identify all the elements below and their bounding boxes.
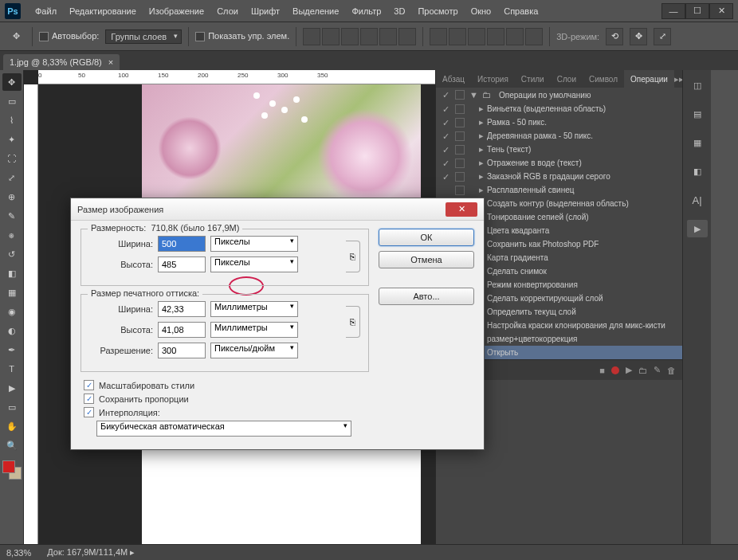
align-right-icon[interactable] <box>398 28 416 45</box>
healing-tool[interactable]: ⊕ <box>2 188 22 206</box>
align-left-icon[interactable] <box>360 28 378 45</box>
ok-button[interactable]: ОК <box>379 229 474 246</box>
toggle-check-icon[interactable]: ✓ <box>441 131 450 141</box>
eraser-tool[interactable]: ◧ <box>2 264 22 282</box>
dialog-toggle-icon[interactable] <box>455 118 465 127</box>
record-icon[interactable] <box>611 366 619 374</box>
swatches-icon[interactable]: ▦ <box>687 134 708 151</box>
gradient-tool[interactable]: ▦ <box>2 284 22 301</box>
expand-icon[interactable]: ▸ <box>469 185 479 195</box>
distribute-right-icon[interactable] <box>525 28 543 45</box>
menu-image[interactable]: Изображение <box>143 6 210 16</box>
distribute-vcenter-icon[interactable] <box>449 28 466 45</box>
ruler-vertical[interactable] <box>24 84 38 544</box>
align-top-icon[interactable] <box>303 28 320 45</box>
3d-pan-icon[interactable]: ✥ <box>630 28 647 45</box>
3d-rotate-icon[interactable]: ⟲ <box>606 28 623 45</box>
zoom-level[interactable]: 8,33% <box>6 548 31 558</box>
scale-styles-checkbox[interactable]: ✓Масштабировать стили <box>80 380 369 390</box>
action-item[interactable]: ✓▸Рамка - 50 пикс. <box>436 116 682 129</box>
document-tab[interactable]: 1.jpg @ 8,33% (RGB/8) × <box>3 54 120 70</box>
menu-3d[interactable]: 3D <box>387 6 411 16</box>
tab-actions[interactable]: Операции <box>624 70 674 88</box>
height-px-input[interactable] <box>158 257 206 272</box>
cancel-button[interactable]: Отмена <box>379 251 474 268</box>
expand-icon[interactable]: ▸ <box>469 171 479 182</box>
brushes-icon[interactable]: ▤ <box>687 105 708 123</box>
hand-tool[interactable]: ✋ <box>2 417 22 435</box>
toggle-check-icon[interactable]: ✓ <box>441 172 450 182</box>
tab-layers[interactable]: Слои <box>551 70 583 88</box>
expand-icon[interactable]: ▸ <box>469 144 479 155</box>
distribute-left-icon[interactable] <box>487 28 504 45</box>
constrain-link-icon[interactable]: ⎘ <box>346 241 360 272</box>
foreground-color-swatch[interactable] <box>2 460 15 473</box>
menu-help[interactable]: Справка <box>497 6 544 16</box>
interpolation-checkbox[interactable]: ✓Интерполяция: <box>80 407 369 417</box>
distribute-top-icon[interactable] <box>430 28 447 45</box>
expand-icon[interactable]: ▸ <box>469 131 479 141</box>
actions-play-icon[interactable]: ▶ <box>687 220 708 237</box>
expand-icon[interactable]: ▼ <box>469 90 477 100</box>
auto-select-checkbox[interactable]: Автовыбор: <box>39 31 99 41</box>
type-tool[interactable]: T <box>2 360 22 378</box>
menu-select[interactable]: Выделение <box>286 6 345 16</box>
new-set-icon[interactable]: 🗀 <box>638 366 647 375</box>
ruler-horizontal[interactable]: 0 50 100 150 200 250 300 350 <box>38 70 435 84</box>
menu-view[interactable]: Просмотр <box>411 6 464 16</box>
dialog-titlebar[interactable]: Размер изображения ✕ <box>71 198 484 221</box>
show-controls-checkbox[interactable]: Показать упр. элем. <box>195 31 289 41</box>
window-minimize[interactable]: — <box>661 3 685 19</box>
toggle-check-icon[interactable]: ✓ <box>441 104 450 114</box>
resolution-input[interactable] <box>158 343 206 358</box>
dialog-toggle-icon[interactable] <box>455 186 465 195</box>
print-height-input[interactable] <box>158 322 206 338</box>
window-maximize[interactable]: ☐ <box>685 3 709 19</box>
adjustments-icon[interactable]: ◧ <box>687 163 708 180</box>
action-item[interactable]: ✓▸Заказной RGB в градации серого <box>436 170 682 183</box>
menu-filter[interactable]: Фильтр <box>345 6 387 16</box>
brush-tool[interactable]: ✎ <box>2 207 22 225</box>
print-constrain-link-icon[interactable]: ⎘ <box>346 306 360 338</box>
print-height-unit-select[interactable]: Миллиметры <box>210 322 298 338</box>
marquee-tool[interactable]: ▭ <box>2 92 22 110</box>
width-px-input[interactable] <box>158 236 206 252</box>
tab-close-icon[interactable]: × <box>108 57 113 67</box>
menu-type[interactable]: Шрифт <box>245 6 286 16</box>
menu-layers[interactable]: Слои <box>210 6 245 16</box>
dialog-toggle-icon[interactable] <box>455 90 465 100</box>
action-item[interactable]: ✓▸Тень (текст) <box>436 143 682 156</box>
layer-group-dropdown[interactable]: Группы слоев <box>105 29 182 44</box>
resolution-unit-select[interactable]: Пикселы/дюйм <box>210 343 298 358</box>
print-width-input[interactable] <box>158 301 206 317</box>
window-close[interactable]: ✕ <box>709 3 733 19</box>
magic-wand-tool[interactable]: ✦ <box>2 131 22 148</box>
constrain-checkbox[interactable]: ✓Сохранить пропорции <box>80 394 369 404</box>
expand-icon[interactable]: ▸ <box>469 158 479 168</box>
lasso-tool[interactable]: ⌇ <box>2 112 22 129</box>
stamp-tool[interactable]: ⎈ <box>2 226 22 244</box>
toggle-check-icon[interactable] <box>441 186 450 195</box>
action-set-row[interactable]: ✓ ▼ 🗀 Операции по умолчанию <box>436 88 682 102</box>
menu-window[interactable]: Окно <box>465 6 498 16</box>
tab-paragraph[interactable]: Абзац <box>436 70 471 88</box>
expand-icon[interactable]: ▸ <box>469 104 479 114</box>
toggle-check-icon[interactable]: ✓ <box>441 159 450 168</box>
dialog-close-button[interactable]: ✕ <box>446 202 477 217</box>
tab-styles[interactable]: Стили <box>515 70 551 88</box>
width-unit-select[interactable]: Пикселы <box>210 236 298 252</box>
action-item[interactable]: ▸Расплавленный свинец <box>436 183 682 197</box>
distribute-bottom-icon[interactable] <box>468 28 485 45</box>
histogram-icon[interactable]: ◫ <box>687 76 708 94</box>
path-select-tool[interactable]: ▶ <box>2 379 22 397</box>
color-swatches[interactable] <box>2 460 22 480</box>
toggle-check-icon[interactable]: ✓ <box>441 90 450 100</box>
distribute-hcenter-icon[interactable] <box>506 28 524 45</box>
crop-tool[interactable]: ⛶ <box>2 150 22 167</box>
3d-scale-icon[interactable]: ⤢ <box>654 28 671 45</box>
toggle-check-icon[interactable]: ✓ <box>441 145 450 155</box>
action-item[interactable]: ✓▸Деревянная рамка - 50 пикс. <box>436 129 682 143</box>
dialog-toggle-icon[interactable] <box>455 131 465 141</box>
doc-info[interactable]: Док: 167,9M/111,4M ▸ <box>47 547 135 558</box>
dialog-toggle-icon[interactable] <box>455 172 465 182</box>
